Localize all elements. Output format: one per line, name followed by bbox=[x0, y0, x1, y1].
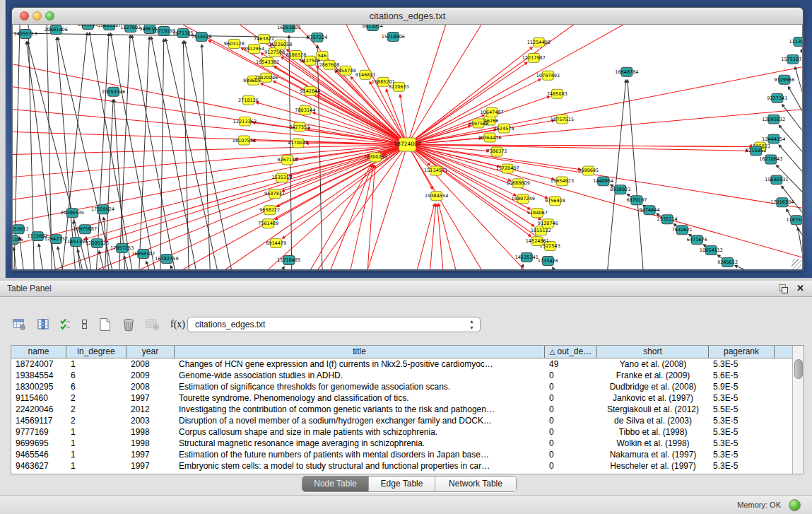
cell-pagerank: 5.3E-5 bbox=[709, 426, 775, 438]
memory-status-label: Memory: OK bbox=[737, 501, 781, 509]
cell-out_de: 0 bbox=[545, 404, 597, 415]
graph-node-label: 9242844 bbox=[300, 88, 320, 94]
graph-node-label: 10719195 bbox=[152, 28, 175, 34]
graph-node-label: 9587831 bbox=[264, 191, 285, 197]
table-row[interactable]: 1938455462009Genome-wide association stu… bbox=[11, 370, 792, 381]
graph-edge bbox=[737, 267, 743, 269]
table-settings-icon[interactable] bbox=[13, 318, 27, 331]
column-header-title[interactable]: title bbox=[175, 346, 545, 358]
graph-node-label: 18807249 bbox=[512, 196, 535, 201]
table-row[interactable]: 946362711997Embryonic stem cells: a mode… bbox=[11, 460, 792, 472]
cell-in_degree: 2 bbox=[66, 415, 126, 426]
graph-edge bbox=[608, 83, 626, 269]
column-header-short[interactable]: short bbox=[597, 346, 709, 358]
graph-node-label: 16958107 bbox=[131, 251, 155, 257]
graph-node-label: 4170045 bbox=[288, 141, 308, 146]
table-row[interactable]: 946554611997Estimation of the future num… bbox=[11, 449, 792, 460]
cell-out_de: 0 bbox=[545, 460, 597, 472]
edge-arrowhead bbox=[800, 49, 802, 52]
graph-node-label: 15692931 bbox=[765, 177, 788, 182]
float-panel-icon[interactable] bbox=[779, 284, 788, 293]
graph-node-label: 14055713 bbox=[13, 31, 37, 37]
edge-arrowhead bbox=[437, 203, 441, 206]
graph-node-label: 7357224 bbox=[307, 35, 327, 40]
graph-node-label: 9699695 bbox=[578, 168, 599, 173]
cell-out_de: 0 bbox=[545, 415, 597, 426]
cell-year: 2009 bbox=[126, 370, 175, 381]
column-header-year[interactable]: year bbox=[126, 346, 175, 358]
select-columns-icon[interactable] bbox=[60, 318, 71, 331]
delete-table-icon[interactable] bbox=[146, 318, 160, 331]
graph-edge bbox=[439, 206, 455, 269]
graph-node-label: 7632621 bbox=[672, 227, 693, 233]
graph-edge bbox=[20, 240, 23, 269]
graph-edge bbox=[183, 44, 189, 269]
table-row[interactable]: 977716911998Corpus callosum shape and si… bbox=[11, 426, 792, 438]
table-row[interactable]: 969969511998Structural magnetic resonanc… bbox=[11, 438, 792, 449]
graph-node-label: 17957253 bbox=[110, 245, 134, 251]
edge-arrowhead bbox=[399, 94, 402, 98]
dropdown-stepper-icon: ▲▼ bbox=[469, 318, 474, 331]
cell-year: 2012 bbox=[126, 404, 175, 415]
tab-network-table[interactable]: Network Table bbox=[435, 477, 516, 491]
column-header-name[interactable]: name bbox=[11, 346, 66, 358]
graph-node-label: 8427552 bbox=[289, 124, 310, 130]
cell-pagerank: 5.3E-5 bbox=[709, 449, 775, 460]
graph-edge bbox=[13, 132, 408, 145]
table-selector-dropdown[interactable]: citations_edges.txt ▲▼ bbox=[187, 317, 481, 332]
graph-node-label: 8938923 bbox=[610, 187, 630, 192]
cell-pagerank: 5.9E-5 bbox=[709, 381, 775, 392]
graph-node-label: 19654923 bbox=[551, 178, 574, 184]
network-window[interactable]: citations_edges.txt 54674626611139851115… bbox=[11, 7, 804, 271]
rows-icon[interactable] bbox=[81, 318, 88, 331]
graph-node-label: 9474444 bbox=[640, 207, 660, 213]
cell-name: 18300295 bbox=[11, 381, 66, 392]
table-scrollbar[interactable] bbox=[792, 346, 804, 474]
table-columns-icon[interactable] bbox=[37, 318, 49, 331]
cell-name: 19384554 bbox=[11, 370, 66, 381]
graph-edge bbox=[408, 145, 481, 269]
scrollbar-thumb[interactable] bbox=[794, 359, 803, 379]
table-row[interactable]: 1830029562008Estimation of significance … bbox=[11, 381, 792, 392]
network-canvas[interactable]: 5467462661113985111568211875331440954152… bbox=[12, 25, 803, 269]
function-builder-icon[interactable]: f(x) bbox=[170, 319, 185, 330]
cell-year: 1998 bbox=[126, 438, 175, 449]
network-window-titlebar[interactable]: citations_edges.txt bbox=[12, 8, 803, 25]
trash-icon[interactable] bbox=[122, 317, 135, 332]
graph-node-label: 6497568 bbox=[468, 121, 488, 127]
graph-node-label: 17016504 bbox=[770, 199, 794, 205]
new-table-icon[interactable] bbox=[99, 317, 112, 332]
tab-edge-table[interactable]: Edge Table bbox=[369, 477, 435, 491]
graph-edge bbox=[125, 259, 128, 269]
graph-node-label: 6879197 bbox=[626, 197, 647, 203]
edge-arrowhead bbox=[85, 32, 88, 35]
column-header-pagerank[interactable]: pagerank bbox=[709, 346, 775, 358]
cell-year: 2008 bbox=[126, 358, 175, 370]
edge-arrowhead bbox=[57, 37, 60, 40]
citation-network-graph[interactable]: 5467462661113985111568211875331440954152… bbox=[13, 25, 802, 269]
table-row[interactable]: 911546021997Tourette syndrome. Phenomeno… bbox=[11, 392, 792, 404]
resize-grip-icon[interactable] bbox=[792, 259, 801, 269]
graph-node-label: 8813054 bbox=[363, 25, 383, 29]
graph-node-label: 6914479 bbox=[266, 240, 286, 246]
cell-name: 9699695 bbox=[11, 438, 66, 449]
cell-year: 2003 bbox=[126, 415, 175, 426]
edge-arrowhead bbox=[281, 57, 285, 60]
graph-node-label: 6471676 bbox=[687, 237, 707, 243]
graph-node-label: 8220633 bbox=[389, 84, 409, 90]
table-row[interactable]: 1456911722003Disruption of a novel membe… bbox=[11, 415, 792, 426]
graph-edge bbox=[628, 83, 643, 269]
close-panel-icon[interactable]: ✕ bbox=[796, 283, 804, 293]
graph-node-label: 9245652 bbox=[717, 259, 738, 265]
graph-edge bbox=[408, 145, 529, 235]
table-row[interactable]: 2242004622012Investigating the contribut… bbox=[11, 404, 792, 415]
cell-short: Stergiakouli et al. (2012) bbox=[597, 404, 709, 415]
table-row[interactable]: 1872400712008Changes of HCN gene express… bbox=[11, 358, 792, 370]
cell-short: Tibbo et al. (1998) bbox=[597, 426, 709, 438]
column-header-in_degree[interactable]: in_degree bbox=[66, 346, 126, 358]
column-header-out_de[interactable]: △out_de… bbox=[545, 346, 597, 358]
tab-node-table[interactable]: Node Table bbox=[302, 477, 369, 491]
graph-node-label: 12093832 bbox=[762, 117, 785, 122]
edge-arrowhead bbox=[102, 216, 105, 220]
cell-short: Dudbridge et al. (2008) bbox=[597, 381, 709, 392]
